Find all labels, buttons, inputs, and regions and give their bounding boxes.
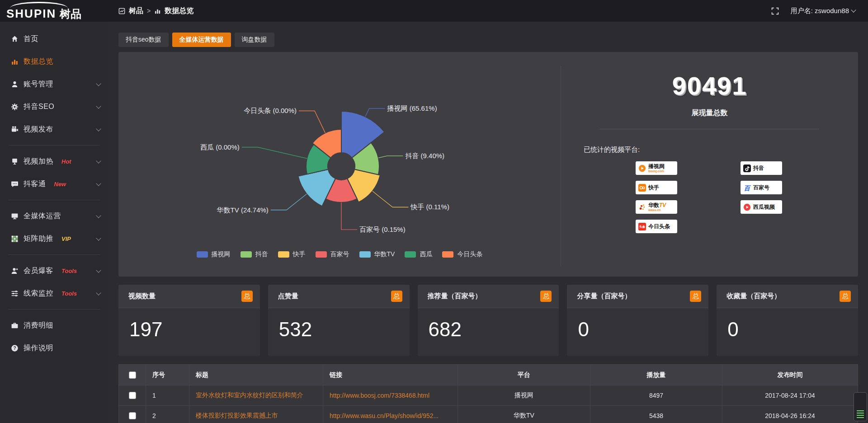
checkbox-cell (119, 406, 146, 423)
fullscreen-icon[interactable] (771, 7, 779, 15)
legend-item-抖音[interactable]: 抖音 (241, 250, 268, 258)
sidebar-badge-Tools: Tools (61, 290, 77, 297)
wallet-icon (11, 322, 19, 329)
cell-num: 2 (146, 406, 189, 423)
legend-label: 华数TV (374, 250, 395, 258)
legend-item-播视网[interactable]: 播视网 (197, 250, 231, 258)
sidebar-item-数据总览[interactable]: 数据总览 (0, 50, 108, 73)
legend-swatch (359, 251, 371, 258)
username-label: 用户名: zswodun88 (791, 7, 849, 15)
sidebar-item-抖音SEO[interactable]: 抖音SEO (0, 95, 108, 118)
total-badge[interactable]: 总 (690, 291, 701, 302)
trend-square-icon (118, 8, 125, 14)
sidebar-divider (8, 145, 100, 146)
cell-plays: 8497 (590, 385, 722, 406)
legend-item-华数TV[interactable]: 华数TV (359, 250, 395, 258)
stat-card-value: 0 (717, 308, 858, 341)
chevron-down-icon (96, 268, 101, 273)
column-header-链接: 链接 (323, 365, 458, 385)
platform-badge-西瓜视频: 西瓜视频 (741, 200, 782, 214)
total-badge[interactable]: 总 (540, 291, 552, 302)
chevron-down-icon (96, 290, 101, 295)
summary-section: 90491 展现量总数 已统计的视频平台: 播视网boosj.com抖音快手百百… (561, 52, 858, 277)
row-checkbox[interactable] (129, 392, 136, 399)
tab-询盘数据[interactable]: 询盘数据 (235, 33, 274, 47)
logo-text-en: SHUPIN (6, 8, 56, 19)
row-checkbox[interactable] (129, 412, 136, 419)
cell-url-link[interactable]: http://www.boosj.com/7338468.html (323, 385, 458, 406)
platform-badge-播视网: 播视网boosj.com (636, 161, 677, 175)
sidebar-item-抖客通[interactable]: 抖客通New (0, 173, 108, 195)
stat-card-header: 点赞量总 (268, 285, 410, 308)
summary-divider (600, 129, 819, 129)
total-badge[interactable]: 总 (840, 291, 851, 302)
platform-name: 西瓜视频 (753, 204, 775, 210)
stat-card-value: 532 (268, 308, 410, 341)
legend-item-百家号[interactable]: 百家号 (316, 250, 349, 258)
platform-name: 今日头条 (648, 224, 670, 230)
sidebar-item-矩阵助推[interactable]: 矩阵助推VIP (0, 227, 108, 250)
total-badge[interactable]: 总 (391, 291, 402, 302)
sidebar-item-label: 消费明细 (24, 321, 53, 330)
chevron-down-icon (96, 213, 101, 218)
legend-item-西瓜[interactable]: 西瓜 (405, 250, 432, 258)
stat-card-header: 推荐量（百家号）总 (418, 285, 559, 308)
kuaishou-icon (638, 184, 646, 192)
tab-全媒体运营数据[interactable]: 全媒体运营数据 (172, 33, 231, 47)
platform-badge-百家号: 百百家号 (741, 181, 782, 194)
sidebar-item-会员爆客[interactable]: 会员爆客Tools (0, 259, 108, 282)
sidebar-item-全媒体运营[interactable]: 全媒体运营 (0, 205, 108, 227)
legend-item-今日头条[interactable]: 今日头条 (442, 250, 482, 258)
toutiao-icon: 头条 (638, 223, 646, 230)
video-table-wrap: 序号标题链接平台播放量发布时间 1室外水纹灯和室内水纹灯的区别和简介http:/… (118, 364, 858, 423)
platform-subtext: boosj.com (648, 169, 665, 173)
column-header-发布时间: 发布时间 (722, 365, 858, 385)
sidebar-item-线索监控[interactable]: 线索监控Tools (0, 282, 108, 305)
stat-card-value: 0 (567, 308, 708, 341)
topbar: SHUPIN 树品 树品 > 数据总览 用户名: zswodun88 (0, 0, 868, 22)
sidebar-item-label: 抖客通 (24, 179, 46, 189)
floating-widget[interactable] (854, 392, 867, 421)
legend-label: 播视网 (212, 250, 231, 258)
select-all-checkbox[interactable] (129, 371, 136, 379)
pie-label-line (341, 202, 357, 230)
nightingale-rose-chart: 播视网 (65.61%)抖音 (9.40%)快手 (0.11%)百家号 (0.1… (118, 52, 561, 277)
user-menu[interactable]: 用户名: zswodun88 (791, 7, 855, 15)
cell-title-link[interactable]: 室外水纹灯和室内水纹灯的区别和简介 (189, 385, 323, 406)
platform-badge-今日头条: 头条今日头条 (636, 220, 677, 233)
stat-card-视频数量: 视频数量总197 (118, 285, 260, 356)
sidebar-item-首页[interactable]: 首页 (0, 28, 108, 50)
breadcrumb-current[interactable]: 数据总览 (165, 6, 193, 16)
douyin-icon (743, 164, 751, 172)
sidebar-item-操作说明[interactable]: ?操作说明 (0, 337, 108, 359)
legend-label: 今日头条 (457, 250, 482, 258)
stat-card-推荐量（百家号）: 推荐量（百家号）总682 (418, 285, 559, 356)
cell-url-link[interactable]: http://www.wasu.cn/Play/show/id/952... (323, 406, 458, 423)
screen-stand-icon (11, 158, 19, 165)
pie-chart-section: 播视网 (65.61%)抖音 (9.40%)快手 (0.11%)百家号 (0.1… (118, 52, 561, 277)
tab-抖音seo数据[interactable]: 抖音seo数据 (118, 33, 169, 47)
stat-card-title: 推荐量（百家号） (428, 292, 482, 301)
platform-badge-快手: 快手 (636, 181, 677, 194)
cell-title-link[interactable]: 楼体投影灯投影效果震撼上市 (189, 406, 323, 423)
sidebar-item-账号管理[interactable]: 账号管理 (0, 73, 108, 95)
sidebar-item-消费明细[interactable]: 消费明细 (0, 314, 108, 337)
sidebar-item-视频发布[interactable]: 视频发布 (0, 118, 108, 141)
pie-label-百家号: 百家号 (0.15%) (359, 226, 406, 233)
svg-text:?: ? (13, 345, 16, 350)
sidebar-badge-New: New (54, 181, 66, 188)
legend-item-快手[interactable]: 快手 (278, 250, 306, 258)
stat-card-header: 分享量（百家号）总 (567, 285, 708, 308)
sidebar: 首页数据总览账号管理抖音SEO视频发布视频加热Hot抖客通New全媒体运营矩阵助… (0, 22, 108, 423)
platform-name: 播视网 (648, 164, 665, 169)
column-header-序号: 序号 (146, 365, 189, 385)
total-badge[interactable]: 总 (241, 291, 253, 302)
breadcrumb-root[interactable]: 树品 (129, 6, 143, 16)
legend-label: 抖音 (255, 250, 268, 258)
column-header-标题: 标题 (189, 365, 323, 385)
sidebar-item-视频加热[interactable]: 视频加热Hot (0, 150, 108, 173)
platforms-label: 已统计的视频平台: (584, 146, 858, 154)
cell-time: 2017-08-24 17:04 (722, 385, 858, 406)
chevron-down-icon (96, 181, 101, 186)
chevron-down-icon (96, 158, 101, 163)
